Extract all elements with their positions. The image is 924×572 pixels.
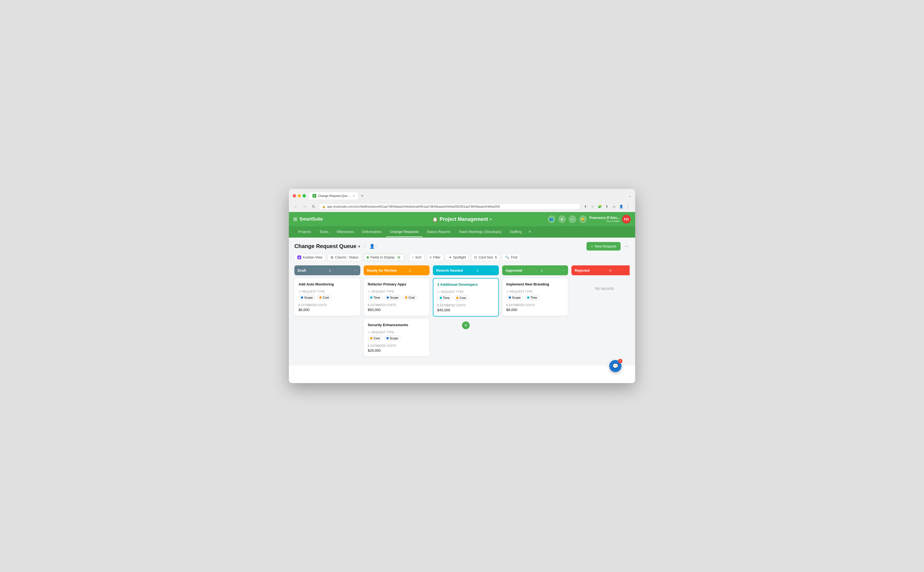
maximize-traffic-light[interactable] [302,194,306,197]
card-cost-value: $6,000 [298,308,356,312]
rejected-column-title: Rejected [575,268,589,272]
nav-item-staffing[interactable]: Staffing [506,227,526,237]
minimize-traffic-light[interactable] [298,194,301,197]
time-dot [440,297,442,299]
nav-item-change-requests[interactable]: Change Requests [386,227,422,237]
add-card-button[interactable]: + [462,322,470,329]
spotlight-pill[interactable]: ✦ Spotlight [446,254,469,261]
tab-title: Change Request Queue | Cha... [318,194,351,197]
nav-check-icon[interactable]: ✓ [569,215,576,223]
nav-item-milestones[interactable]: Milestones [333,227,358,237]
card-size-pill[interactable]: ⊡ Card Size S [471,254,500,261]
ready-column-more[interactable]: ··· [423,268,426,272]
app-title[interactable]: Project Management [439,216,488,222]
request-type-label: ☰ REQUEST TYPE [506,290,564,293]
nav-item-team-meetings[interactable]: Team Meetings (Standups) [455,227,505,237]
card-implement-branding[interactable]: Implement New Branding ☰ REQUEST TYPE Sc… [502,278,568,316]
ready-column-body: Refactor Primary Apps ☰ REQUEST TYPE Tim… [364,278,429,357]
profile-icon[interactable]: 👤 [618,204,624,210]
tab-close-icon[interactable]: ✕ [353,194,355,197]
list-icon: ☰ [506,290,509,293]
nav-bell-icon[interactable]: 🔔 [579,215,587,223]
nav-users-icon[interactable]: 👥 [548,215,555,223]
tab-bar: S Change Request Queue | Cha... ✕ + [309,192,629,199]
tab-favicon: S [313,194,316,198]
cost-dot [319,297,322,298]
nav-right-icons: 👥 ★ ✓ 🔔 Francesco D'Ales... Tool Finder … [548,215,631,224]
column-status-pill[interactable]: ⊞ Column : Status [328,254,361,261]
nav-add-button[interactable]: + [526,226,533,238]
more-options-button[interactable]: ··· [623,242,629,250]
fields-display-pill[interactable]: Fields to Display 3 [364,254,404,261]
card-title: Implement New Branding [506,282,564,287]
nav-star-icon[interactable]: ★ [558,215,566,223]
filter-pill[interactable]: ≡ Filter [426,254,443,261]
cost-dot [456,297,459,299]
tag-scope: Scope [506,295,523,300]
nav-item-tasks[interactable]: Tasks [316,227,332,237]
column-header-rejected: Rejected 0 ··· [571,265,629,275]
user-name: Francesco D'Ales... [589,216,620,220]
share-icon[interactable]: 👤+ [369,244,377,249]
app-title-caret[interactable]: ▾ [490,217,492,221]
forward-button[interactable]: → [301,203,308,210]
card-refactor-primary[interactable]: Refactor Primary Apps ☰ REQUEST TYPE Tim… [364,278,429,316]
page-title-caret[interactable]: ▾ [358,244,360,249]
card-additional-developers[interactable]: 3 Additional Developers ☰ REQUEST TYPE T… [433,278,499,317]
sort-pill[interactable]: ↕ Sort [409,254,424,261]
menu-icon[interactable]: ⋮ [625,204,631,210]
favorite-star-icon[interactable]: ☆ [363,244,367,249]
traffic-lights [293,194,306,197]
chat-notification-badge: 1 [618,359,623,363]
approved-column-more[interactable]: ··· [561,268,565,272]
address-text: app.smartsuite.com/s2cv0wl9/solution/651… [327,205,500,208]
column-icon: ⊞ [331,255,333,259]
card-add-auto-monitoring[interactable]: Add Auto Monitoring ☰ REQUEST TYPE Scope [295,278,360,316]
app-title-icon: 📋 [432,217,438,222]
approved-column-count: 1 [541,268,543,272]
request-type-label: ☰ REQUEST TYPE [368,331,425,334]
fields-count-badge: 3 [396,255,401,259]
card-cost-value: $8,000 [506,308,564,312]
sidebar-icon[interactable]: ▭ [611,204,617,210]
find-pill[interactable]: 🔍 Find [502,254,520,261]
chat-button[interactable]: 💬 1 [609,360,622,372]
grid-menu-icon[interactable]: ⊞ [293,216,298,222]
draft-column-count: 1 [329,268,331,272]
new-request-button[interactable]: + New Request [586,242,620,250]
nav-item-deliverables[interactable]: Deliverables [358,227,386,237]
address-bar[interactable]: 🔒 app.smartsuite.com/s2cv0wl9/solution/6… [319,204,580,210]
refresh-button[interactable]: ↻ [310,203,317,210]
rework-column-more[interactable]: ··· [492,268,496,272]
list-icon: ☰ [368,331,371,334]
bookmark-icon[interactable]: ☆ [589,204,595,210]
sort-icon: ↕ [412,255,414,259]
back-button[interactable]: ← [293,203,299,210]
share-icon[interactable]: ⬆ [582,204,588,210]
card-tags: Scope Cost [298,295,356,300]
lock-icon: 🔒 [322,205,326,208]
download-icon[interactable]: ⬇ [604,204,610,210]
column-header-draft: Draft 1 ··· [295,265,360,275]
card-tags: Time Scope Cost [368,295,425,300]
browser-tab-active[interactable]: S Change Request Queue | Cha... ✕ [309,192,358,199]
no-records-text: No records [571,278,629,299]
card-cost-value: $45,000 [437,308,495,312]
ready-column-title: Ready for Review [367,268,397,272]
app-logo[interactable]: SmartSuite [299,217,322,222]
draft-column-more[interactable]: ··· [354,268,357,272]
nav-item-projects[interactable]: Projects [295,227,315,237]
list-icon: ☰ [368,290,371,293]
card-security-enhancements[interactable]: Security Enhancements ☰ REQUEST TYPE Cos… [364,319,429,357]
page-title-area: Change Request Queue ▾ ☆ 👤+ [295,243,377,249]
approved-column-body: Implement New Branding ☰ REQUEST TYPE Sc… [502,278,568,316]
browser-chrome: S Change Request Queue | Cha... ✕ + ⌄ ← … [289,189,635,212]
close-traffic-light[interactable] [293,194,296,197]
nav-item-status-reports[interactable]: Status Reports [423,227,454,237]
new-tab-button[interactable]: + [359,193,365,198]
browser-window: S Change Request Queue | Cha... ✕ + ⌄ ← … [289,189,635,383]
extensions-icon[interactable]: 🧩 [597,204,603,210]
user-avatar[interactable]: FD [622,215,631,224]
request-type-label: ☰ REQUEST TYPE [368,290,425,293]
kanban-view-pill[interactable]: ▦ Kanban View [295,254,326,261]
